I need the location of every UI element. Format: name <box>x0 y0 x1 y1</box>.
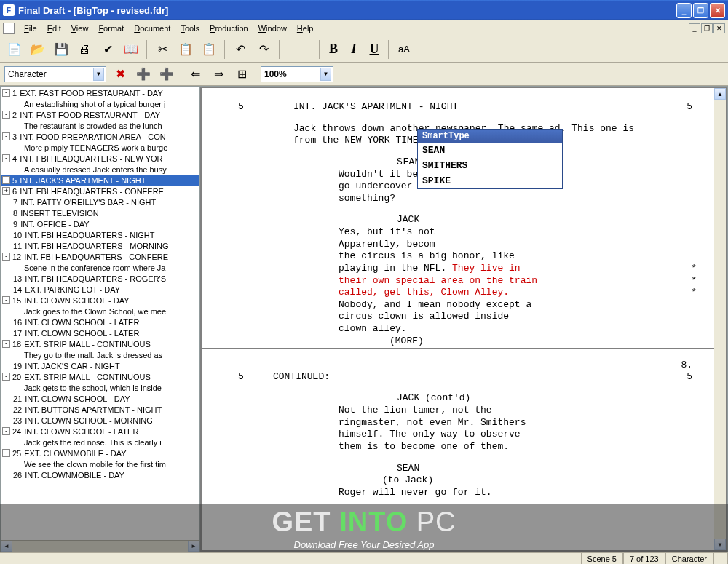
scene-slugline: INT. FBI HEADQUARTERS - CONFERE <box>20 187 164 196</box>
scene-item[interactable]: 8INSERT TELEVISION <box>1 207 199 218</box>
new-button[interactable]: 📄 <box>4 39 25 60</box>
scene-description[interactable]: A casually dressed Jack enters the busy <box>1 164 199 175</box>
scene-item[interactable]: 11INT. FBI HEADQUARTERS - MORNING <box>1 240 199 251</box>
next-button[interactable]: ⇒ <box>209 65 228 84</box>
delete-element-button[interactable]: ✖ <box>111 65 130 84</box>
menu-edit[interactable]: Edit <box>42 23 66 34</box>
scene-item[interactable]: 22INT. BUTTONS APARTMENT - NIGHT <box>1 404 199 415</box>
save-button[interactable]: 💾 <box>51 39 71 60</box>
scene-item[interactable]: -25EXT. CLOWNMOBILE - DAY <box>1 448 199 458</box>
insert-scene-button[interactable]: ➕ <box>134 65 153 84</box>
menu-view[interactable]: View <box>66 23 94 34</box>
menu-help[interactable]: Help <box>292 23 319 34</box>
menu-tools[interactable]: Tools <box>175 23 205 34</box>
scene-item[interactable]: 26INT. CLOWNMOBILE - DAY <box>1 469 199 480</box>
goto-button[interactable]: ⊞ <box>232 65 251 84</box>
menu-production[interactable]: Production <box>205 23 253 34</box>
scene-item[interactable]: -2INT. FAST FOOD RESTAURANT - DAY <box>1 109 199 120</box>
script-page-top[interactable]: 5 5 INT. JACK'S APARTMENT - NIGHT Jack t… <box>202 88 726 348</box>
collapse-icon[interactable]: - <box>2 296 10 304</box>
editor-vscrollbar[interactable]: ▲ ▼ <box>714 88 726 550</box>
paste-button[interactable]: 📋 <box>199 39 219 60</box>
scene-item[interactable]: -1EXT. FAST FOOD RESTAURANT - DAY <box>1 87 199 98</box>
scene-description[interactable]: Scene in the conference room where Ja <box>1 262 199 273</box>
collapse-icon[interactable]: - <box>2 373 10 381</box>
scene-item[interactable]: +5INT. JACK'S APARTMENT - NIGHT <box>1 175 199 186</box>
collapse-icon[interactable]: - <box>2 111 10 119</box>
watermark-text: GET INTO PC <box>272 507 456 538</box>
scene-item[interactable]: 13INT. FBI HEADQUARTERS - ROGER'S <box>1 273 199 284</box>
redo-button[interactable]: ↷ <box>253 39 274 60</box>
scene-description[interactable]: Jack gets the red nose. This is clearly … <box>1 437 199 448</box>
scene-item[interactable]: 16INT. CLOWN SCHOOL - LATER <box>1 317 199 327</box>
mdi-minimize-button[interactable]: _ <box>689 23 700 33</box>
scene-item[interactable]: 23INT. CLOWN SCHOOL - MORNING <box>1 415 199 426</box>
scene-item[interactable]: -20EXT. STRIP MALL - CONTINUOUS <box>1 371 199 382</box>
maximize-button[interactable]: ❐ <box>693 3 708 18</box>
scene-description[interactable]: Jack gets to the school, which is inside <box>1 382 199 393</box>
menu-file[interactable]: File <box>19 23 42 34</box>
scene-item[interactable]: 17INT. CLOWN SCHOOL - LATER <box>1 327 199 338</box>
menu-window[interactable]: Window <box>253 23 292 34</box>
italic-button[interactable]: I <box>345 39 363 60</box>
scene-item[interactable]: -15INT. CLOWN SCHOOL - DAY <box>1 295 199 306</box>
page-number: 8. <box>681 360 692 372</box>
scene-description[interactable]: More pimply TEENAGERS work a burge <box>1 142 199 153</box>
undo-button[interactable]: ↶ <box>230 39 250 60</box>
menu-format[interactable]: Format <box>93 23 129 34</box>
collapse-icon[interactable]: - <box>2 89 10 97</box>
collapse-icon[interactable]: - <box>2 449 10 457</box>
menu-document[interactable]: Document <box>129 23 175 34</box>
scene-item[interactable]: -12INT. FBI HEADQUARTERS - CONFERE <box>1 251 199 262</box>
underline-button[interactable]: U <box>365 39 383 60</box>
zoom-combo[interactable]: 100% ▼ <box>261 66 333 82</box>
scene-description[interactable]: An establishing shot of a typical burger… <box>1 98 199 109</box>
mdi-restore-button[interactable]: ❐ <box>701 23 713 33</box>
scene-description[interactable]: They go to the mall. Jack is dressed as <box>1 349 199 360</box>
mdi-close-button[interactable]: ✕ <box>713 23 725 33</box>
scene-navigator[interactable]: -1EXT. FAST FOOD RESTAURANT - DAYAn esta… <box>0 86 200 552</box>
expand-icon[interactable]: + <box>2 187 10 195</box>
scene-item[interactable]: 9INT. OFFICE - DAY <box>1 218 199 229</box>
expand-icon[interactable]: + <box>2 176 10 184</box>
smarttype-item[interactable]: SMITHERS <box>418 159 562 174</box>
scene-slugline: INT. FBI HEADQUARTERS - CONFERE <box>24 253 168 261</box>
element-combo[interactable]: Character ▼ <box>4 66 106 82</box>
scene-item[interactable]: 7INT. PATTY O'REILLY'S BAR - NIGHT <box>1 196 199 207</box>
scene-item[interactable]: 21INT. CLOWN SCHOOL - DAY <box>1 393 199 404</box>
collapse-icon[interactable]: - <box>2 253 10 261</box>
collapse-icon[interactable]: - <box>2 132 10 140</box>
scroll-up-button[interactable]: ▲ <box>714 88 726 100</box>
scene-number: 26 <box>13 471 22 480</box>
open-button[interactable]: 📂 <box>28 39 48 60</box>
scene-description[interactable]: Jack goes to the Clown School, we mee <box>1 306 199 317</box>
book-button[interactable]: 📖 <box>121 39 141 60</box>
smarttype-item[interactable]: SEAN <box>418 143 562 159</box>
scene-slugline: INT. CLOWNMOBILE - DAY <box>25 471 124 480</box>
collapse-icon[interactable]: - <box>2 154 10 162</box>
collapse-icon[interactable]: - <box>2 427 10 435</box>
scene-item[interactable]: -3INT. FOOD PREPARATION AREA - CON <box>1 131 199 142</box>
spellcheck-button[interactable]: ✔ <box>98 39 118 60</box>
scene-item[interactable]: 19INT. JACK'S CAR - NIGHT <box>1 360 199 371</box>
prev-button[interactable]: ⇐ <box>186 65 205 84</box>
smarttype-item[interactable]: SPIKE <box>418 174 562 189</box>
scene-number: 16 <box>13 318 22 327</box>
scene-item[interactable]: -24INT. CLOWN SCHOOL - LATER <box>1 426 199 437</box>
scene-description[interactable]: The restaurant is crowded as the lunch <box>1 120 199 131</box>
scene-item[interactable]: 10INT. FBI HEADQUARTERS - NIGHT <box>1 229 199 240</box>
scene-description[interactable]: We see the clown mobile for the first ti… <box>1 458 199 469</box>
scene-item[interactable]: +6INT. FBI HEADQUARTERS - CONFERE <box>1 186 199 196</box>
scene-item[interactable]: -18EXT. STRIP MALL - CONTINUOUS <box>1 338 199 349</box>
print-button[interactable]: 🖨 <box>74 39 95 60</box>
insert-element-button[interactable]: ➕ <box>157 65 176 84</box>
scene-item[interactable]: 14EXT. PARKING LOT - DAY <box>1 284 199 295</box>
cut-button[interactable]: ✂ <box>152 39 173 60</box>
copy-button[interactable]: 📋 <box>175 39 196 60</box>
scene-item[interactable]: -4INT. FBI HEADQUARTERS - NEW YOR <box>1 153 199 164</box>
collapse-icon[interactable]: - <box>2 340 10 348</box>
minimize-button[interactable]: _ <box>676 3 692 18</box>
bold-button[interactable]: B <box>325 39 342 60</box>
case-button[interactable]: aA <box>394 39 414 60</box>
close-button[interactable]: ✕ <box>710 3 725 18</box>
